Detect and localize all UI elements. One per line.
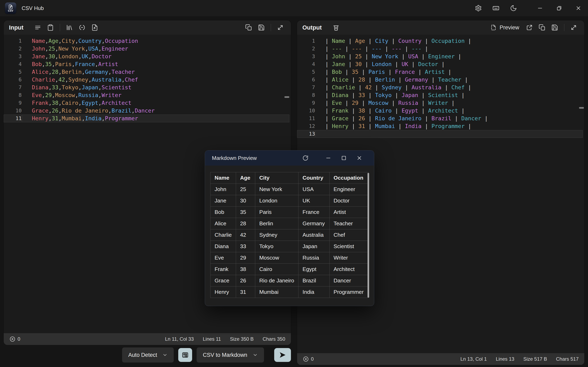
convert-button[interactable] xyxy=(274,348,291,362)
token: 33 xyxy=(52,84,59,91)
editor-line[interactable]: 8Eve,29,Moscow,Russia,Writer xyxy=(4,91,291,99)
editor-line[interactable]: 12| Henry | 31 | Mumbai | India | Progra… xyxy=(297,122,584,130)
editor-line[interactable]: 1| Name | Age | City | Country | Occupat… xyxy=(297,37,584,45)
token: | xyxy=(402,84,412,91)
token: Germany xyxy=(85,69,108,75)
editor-line-text: Grace,26,Rio de Janeiro,Brazil,Dancer xyxy=(22,107,289,115)
token: Rio de Janeiro xyxy=(375,115,422,122)
table-cell: London xyxy=(255,195,298,207)
line-number: 8 xyxy=(297,91,315,99)
table-row: Diana33TokyoJapanScientist xyxy=(210,241,368,252)
close-button[interactable] xyxy=(569,0,588,16)
output-scrollbar-thumb[interactable] xyxy=(579,107,584,109)
token: 31 xyxy=(359,123,365,129)
preview-maximize-button[interactable] xyxy=(336,150,352,166)
editor-line[interactable]: 4Bob,35,Paris,France,Artist xyxy=(4,60,291,68)
token: , xyxy=(108,108,112,114)
input-scrollbar-thumb[interactable] xyxy=(285,96,289,98)
token: USA xyxy=(408,53,418,59)
restore-button[interactable] xyxy=(550,0,569,16)
editor-line[interactable]: 13 xyxy=(297,130,584,138)
editor-line[interactable]: 6| Alice | 28 | Berlin | Germany | Teach… xyxy=(297,76,584,83)
editor-line[interactable]: 8| Diana | 33 | Tokyo | Japan | Scientis… xyxy=(297,91,584,99)
sample-data-button[interactable] xyxy=(33,22,43,33)
editor-line[interactable]: 7| Charlie | 42 | Sydney | Australia | C… xyxy=(297,83,584,91)
token: --- xyxy=(332,45,342,52)
token: | xyxy=(385,69,395,75)
form-layout-icon xyxy=(182,351,189,359)
settings-button[interactable] xyxy=(470,0,487,16)
keyboard-shortcuts-button[interactable] xyxy=(487,0,505,16)
expand-output-button[interactable] xyxy=(568,22,579,33)
token: Name xyxy=(332,38,345,44)
editor-line[interactable]: 5| Bob | 35 | Paris | France | Artist | xyxy=(297,68,584,76)
preview-scrollbar-thumb[interactable] xyxy=(367,173,369,298)
line-number: 3 xyxy=(4,53,22,60)
table-row: John25New YorkUSAEngineer xyxy=(210,184,368,195)
token: , xyxy=(82,115,85,122)
editor-line-text: | --- | --- | --- | --- | --- | xyxy=(315,45,583,53)
token: | xyxy=(418,92,428,98)
editor-line[interactable]: 2John,25,New York,USA,Engineer xyxy=(4,45,291,53)
token: Eve xyxy=(32,92,42,98)
preview-refresh-button[interactable] xyxy=(298,150,313,166)
token: | xyxy=(342,100,352,106)
layout-options-button[interactable] xyxy=(178,348,192,362)
token: Bob xyxy=(32,61,42,67)
preview-button[interactable]: Preview xyxy=(490,24,519,31)
editor-line[interactable]: 4| Jane | 30 | London | UK | Doctor | xyxy=(297,60,584,68)
editor-line[interactable]: 2| --- | --- | --- | --- | --- | xyxy=(297,45,584,53)
editor-line[interactable]: 7Diana,33,Tokyo,Japan,Scientist xyxy=(4,83,291,91)
share-output-button[interactable] xyxy=(524,22,535,33)
editor-line[interactable]: 6Charlie,42,Sydney,Australia,Chef xyxy=(4,76,291,83)
token: 38 xyxy=(52,100,59,106)
token: | xyxy=(325,76,332,83)
token: Scientist xyxy=(428,92,458,98)
editor-line[interactable]: 10| Frank | 38 | Cairo | Egypt | Archite… xyxy=(297,107,584,115)
token: , xyxy=(48,108,52,114)
token: Moscow xyxy=(368,100,388,106)
format-select[interactable]: Auto Detect xyxy=(122,347,174,363)
token: Rio de Janeiro xyxy=(62,108,108,114)
link-button[interactable] xyxy=(77,22,87,33)
copy-output-button[interactable] xyxy=(537,22,547,33)
token: John xyxy=(32,45,45,52)
token: London xyxy=(372,61,392,67)
paste-button[interactable] xyxy=(45,22,56,33)
conversion-select[interactable]: CSV to Markdown xyxy=(197,347,264,363)
editor-line[interactable]: 9Frank,38,Cairo,Egypt,Architect xyxy=(4,99,291,107)
theme-toggle-button[interactable] xyxy=(505,0,522,16)
preview-close-button[interactable] xyxy=(352,150,367,166)
editor-line[interactable]: 9| Eve | 29 | Moscow | Russia | Writer | xyxy=(297,99,584,107)
editor-line[interactable]: 10Grace,26,Rio de Janeiro,Brazil,Dancer xyxy=(4,107,291,115)
library-button[interactable] xyxy=(64,22,75,33)
preview-window-titlebar[interactable]: Markdown Preview xyxy=(205,150,374,166)
editor-line[interactable]: 1Name,Age,City,Country,Occupation xyxy=(4,37,291,45)
trash-icon xyxy=(333,24,339,31)
input-char-count: Chars 350 xyxy=(263,336,285,342)
editor-line[interactable]: 5Alice,28,Berlin,Germany,Teacher xyxy=(4,68,291,76)
token: Country xyxy=(398,38,422,44)
token: | xyxy=(441,84,451,91)
editor-line[interactable]: 11Henry,31,Mumbai,India,Programmer xyxy=(4,115,291,122)
minimize-button[interactable] xyxy=(530,0,550,16)
editor-line[interactable]: 3Jane,30,London,UK,Doctor xyxy=(4,53,291,60)
expand-input-button[interactable] xyxy=(275,22,286,33)
token: | xyxy=(362,61,372,67)
editor-line[interactable]: 11| Grace | 26 | Rio de Janeiro | Brazil… xyxy=(297,115,584,122)
token: Engineer xyxy=(102,45,128,52)
copy-input-button[interactable] xyxy=(243,22,254,33)
token: | xyxy=(408,61,418,67)
import-file-button[interactable] xyxy=(89,22,100,33)
circle-x-icon xyxy=(303,356,309,362)
token: | xyxy=(455,53,461,59)
save-input-button[interactable] xyxy=(256,22,267,33)
clear-output-button[interactable] xyxy=(331,22,341,33)
token: Paris xyxy=(55,61,72,67)
editor-line[interactable]: 3| John | 25 | New York | USA | Engineer… xyxy=(297,53,584,60)
token: Paris xyxy=(368,69,385,75)
preview-minimize-button[interactable] xyxy=(320,150,336,166)
token: | xyxy=(348,108,359,114)
save-output-button[interactable] xyxy=(549,22,560,33)
token: | xyxy=(342,69,352,75)
